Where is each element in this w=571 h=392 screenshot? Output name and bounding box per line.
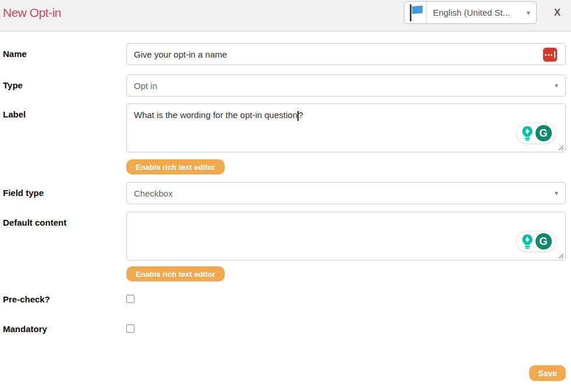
enable-rich-text-editor-button[interactable]: Enable rich text editor — [126, 159, 225, 174]
resize-handle-icon[interactable] — [558, 253, 564, 259]
name-label: Name — [3, 43, 126, 59]
grammarly-suggestion-icon[interactable] — [521, 126, 534, 141]
form-row-name: Name Give your opt-in a name — [3, 43, 566, 65]
field-type-select-value: Checkbox — [134, 188, 173, 198]
label-textarea[interactable]: What is the wording for the opt-in quest… — [126, 104, 566, 152]
text-cursor — [297, 111, 299, 121]
form-row-field-type: Field type Checkbox ▾ — [3, 182, 566, 204]
grammarly-logo-icon[interactable]: G — [535, 233, 552, 250]
form-row-mandatory: Mandatory — [3, 323, 566, 335]
chevron-down-icon: ▾ — [527, 2, 536, 23]
header-right: English (United St... ▾ X — [404, 1, 563, 24]
language-selector[interactable]: English (United St... ▾ — [404, 1, 537, 24]
default-content-textarea[interactable]: G — [126, 212, 566, 261]
grammarly-widget: G — [516, 231, 556, 252]
grammarly-logo-icon[interactable]: G — [535, 125, 552, 141]
page-title: New Opt-in — [3, 6, 61, 20]
chevron-down-icon: ▾ — [555, 75, 565, 96]
form-row-default-content: Default content G — [3, 212, 566, 281]
form-row-label: Label What is the wording for the opt-in… — [3, 104, 566, 174]
default-content-label: Default content — [3, 212, 126, 227]
resize-handle-icon[interactable] — [558, 145, 564, 151]
label-textarea-text: What is the wording for the opt-in quest… — [134, 110, 303, 120]
label-field-label: Label — [3, 104, 126, 119]
form-row-type: Type Opt in ▾ — [3, 74, 566, 97]
enable-rich-text-editor-button[interactable]: Enable rich text editor — [126, 266, 225, 281]
save-button[interactable]: Save — [529, 365, 566, 381]
pre-check-checkbox[interactable] — [126, 295, 134, 303]
mandatory-checkbox[interactable] — [126, 325, 134, 333]
form-row-pre-check: Pre-check? — [3, 294, 566, 305]
pre-check-label: Pre-check? — [3, 294, 126, 304]
type-label: Type — [3, 74, 126, 90]
mandatory-label: Mandatory — [3, 323, 126, 334]
new-opt-in-modal: New Opt-in English (United St... ▾ X Nam… — [0, 0, 571, 392]
close-button[interactable]: X — [552, 6, 563, 20]
type-select[interactable]: Opt in ▾ — [126, 74, 566, 97]
opt-in-form: Name Give your opt-in a name Type Opt in… — [0, 31, 571, 392]
footer-actions: Save — [3, 365, 566, 381]
field-type-label: Field type — [3, 182, 126, 198]
password-manager-extension-icon[interactable] — [543, 48, 557, 62]
field-type-select[interactable]: Checkbox ▾ — [126, 182, 566, 204]
language-selector-value: English (United St... — [427, 2, 527, 23]
name-input[interactable]: Give your opt-in a name — [126, 43, 566, 65]
type-select-value: Opt in — [134, 81, 157, 91]
chevron-down-icon: ▾ — [555, 183, 565, 204]
name-input-value: Give your opt-in a name — [134, 49, 227, 59]
grammarly-suggestion-icon[interactable] — [521, 234, 534, 249]
modal-header: New Opt-in English (United St... ▾ X — [0, 0, 571, 31]
grammarly-widget: G — [516, 123, 556, 144]
language-flag-icon — [405, 2, 427, 23]
